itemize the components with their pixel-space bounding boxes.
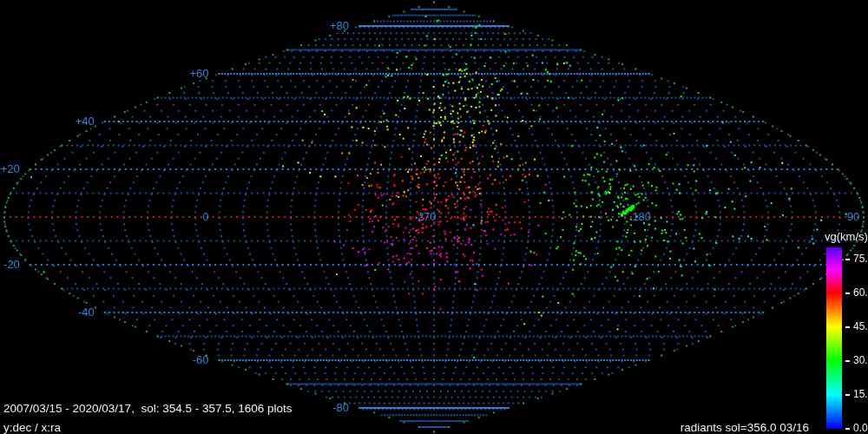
ra-label-270: 270 — [418, 211, 437, 223]
dec-label--80: -80 — [319, 402, 349, 414]
colorbar-tick-0.0: 0.0 — [853, 422, 868, 434]
colorbar-tick-75.0: 75.0 — [853, 253, 868, 265]
ra-label-90: 90 — [847, 211, 859, 223]
dec-label--40: -40 — [65, 306, 95, 319]
colorbar-title: vg(km/s) — [825, 231, 868, 243]
axes-mapping-label: y:dec / x:ra — [3, 422, 61, 434]
ra-label-0: 0 — [202, 211, 208, 223]
dec-label-+60: +60 — [180, 68, 209, 80]
colorbar-tick-15.0: 15.0 — [853, 388, 868, 400]
ra-label-180: 180 — [632, 211, 651, 223]
colorbar-tick-60.0: 60.0 — [853, 286, 868, 299]
dec-label-+20: +20 — [0, 163, 20, 175]
colorbar-tick-30.0: 30.0 — [853, 354, 868, 366]
dec-label--60: -60 — [180, 354, 209, 366]
date-range-label: 2007/03/15 - 2020/03/17, sol: 354.5 - 35… — [3, 403, 293, 415]
dec-label--20: -20 — [0, 259, 20, 271]
colorbar-tick-45.0: 45.0 — [853, 320, 868, 332]
dec-label-+40: +40 — [65, 115, 95, 128]
radiant-sky-map: vg(km/s) 2007/03/15 - 2020/03/17, sol: 3… — [0, 0, 868, 434]
radiants-sol-label: radiants sol=356.0 03/16 — [681, 422, 809, 434]
dec-label-+80: +80 — [319, 20, 349, 32]
